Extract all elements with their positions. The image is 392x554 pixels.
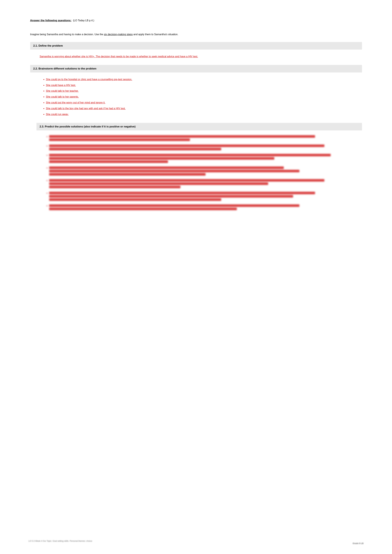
section-2-1-answer: Samantha is worrying about whether she i… — [40, 54, 362, 59]
intro-text-after: and apply them to Samantha's situation. — [133, 33, 178, 36]
section-2-2: 2.2. Brainstorm different solutions to t… — [30, 65, 362, 117]
list-item: She could go to the hospital or clinic a… — [46, 77, 362, 82]
section-2-3-label: 2.3. Predict the possible solutions (als… — [40, 125, 136, 128]
blurred-answers — [40, 135, 362, 210]
intro-text-before: Imagine being Samantha and having to mak… — [30, 33, 104, 36]
section-2-3-header: 2.3. Predict the possible solutions (als… — [36, 123, 362, 131]
list-item: She could put the worry out of her mind … — [46, 100, 362, 105]
list-item: She could talk to the boy she had sex wi… — [46, 106, 362, 111]
section-2-3: 2.3. Predict the possible solutions (als… — [30, 123, 362, 210]
main-title-bold: Answer the following questions: — [30, 19, 72, 22]
page-header: Answer the following questions: (LO Toda… — [30, 19, 362, 27]
footer-grade: Grade 9 LB — [28, 542, 364, 545]
brainstorm-list: She could go to the hospital or clinic a… — [46, 77, 362, 117]
list-item: She could run away. — [46, 112, 362, 117]
section-2-1-header: 2.1. Define the problem — [30, 42, 362, 50]
list-item: She could have a HIV test. — [46, 83, 362, 88]
main-title-normal: (LO Today LB p.4.) — [73, 19, 94, 22]
intro-paragraph: Imagine being Samantha and having to mak… — [30, 32, 362, 36]
page-content: Answer the following questions: (LO Toda… — [30, 19, 362, 210]
section-2-1: 2.1. Define the problem Samantha is worr… — [30, 42, 362, 59]
section-2-1-label: 2.1. Define the problem — [33, 44, 63, 47]
list-item: She could talk to her parents. — [46, 95, 362, 99]
intro-underline: six decision-making steps — [104, 33, 133, 36]
footer-text: LO 5.3 Week 4 Our Topic: Goal setting sk… — [28, 540, 92, 542]
section-2-2-label: 2.2. Brainstorm different solutions to t… — [33, 67, 97, 70]
section-2-2-header: 2.2. Brainstorm different solutions to t… — [30, 65, 362, 72]
footer: LO 5.3 Week 4 Our Topic: Goal setting sk… — [28, 540, 364, 545]
list-item: She could talk to her teacher. — [46, 89, 362, 93]
